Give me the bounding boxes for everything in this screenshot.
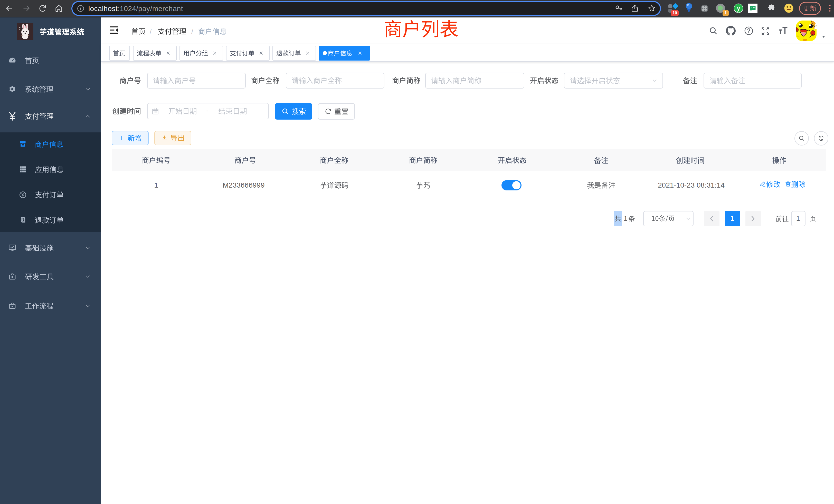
svg-text:y: y (737, 5, 740, 12)
